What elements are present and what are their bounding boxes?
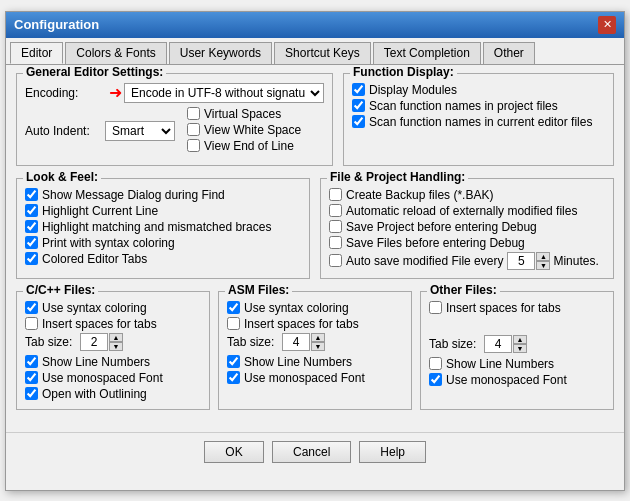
display-modules-label: Display Modules	[369, 83, 457, 97]
cpp-monospaced-checkbox[interactable]	[25, 371, 38, 384]
cpp-tab-size-down-button[interactable]: ▼	[109, 342, 123, 351]
tab-bar: Editor Colors & Fonts User Keywords Shor…	[6, 38, 624, 65]
other-spaces-for-tabs-checkbox[interactable]	[429, 301, 442, 314]
colored-editor-tabs-label: Colored Editor Tabs	[42, 252, 147, 266]
save-project-debug-checkbox[interactable]	[329, 220, 342, 233]
ok-button[interactable]: OK	[204, 441, 264, 463]
show-message-dialog-checkbox[interactable]	[25, 188, 38, 201]
asm-spaces-for-tabs-label: Insert spaces for tabs	[244, 317, 359, 331]
arrow-icon: ➜	[109, 83, 122, 102]
cpp-syntax-coloring-label: Use syntax coloring	[42, 301, 147, 315]
asm-tab-size-down-button[interactable]: ▼	[311, 342, 325, 351]
auto-reload-label: Automatic reload of externally modified …	[346, 204, 577, 218]
auto-save-up-button[interactable]: ▲	[536, 252, 550, 261]
auto-indent-label: Auto Indent:	[25, 124, 105, 138]
view-white-space-label: View White Space	[204, 123, 301, 137]
help-button[interactable]: Help	[359, 441, 426, 463]
tab-shortcut-keys[interactable]: Shortcut Keys	[274, 42, 371, 64]
cpp-tab-size-up-button[interactable]: ▲	[109, 333, 123, 342]
view-end-of-line-label: View End of Line	[204, 139, 294, 153]
create-backup-label: Create Backup files (*.BAK)	[346, 188, 493, 202]
encoding-label: Encoding:	[25, 86, 105, 100]
display-modules-checkbox[interactable]	[352, 83, 365, 96]
virtual-spaces-label: Virtual Spaces	[204, 107, 281, 121]
general-editor-label: General Editor Settings:	[23, 65, 166, 79]
bottom-bar: OK Cancel Help	[6, 432, 624, 473]
create-backup-checkbox[interactable]	[329, 188, 342, 201]
look-feel-label: Look & Feel:	[23, 170, 101, 184]
highlight-current-line-checkbox[interactable]	[25, 204, 38, 217]
close-button[interactable]: ✕	[598, 16, 616, 34]
cpp-syntax-coloring-checkbox[interactable]	[25, 301, 38, 314]
tab-colors-fonts[interactable]: Colors & Fonts	[65, 42, 166, 64]
view-white-space-checkbox[interactable]	[187, 123, 200, 136]
other-spaces-for-tabs-label: Insert spaces for tabs	[446, 301, 561, 315]
scan-project-checkbox[interactable]	[352, 99, 365, 112]
function-display-label: Function Display:	[350, 65, 457, 79]
cpp-tab-size-input[interactable]	[80, 333, 108, 351]
tab-user-keywords[interactable]: User Keywords	[169, 42, 272, 64]
cpp-spaces-for-tabs-label: Insert spaces for tabs	[42, 317, 157, 331]
scan-project-label: Scan function names in project files	[369, 99, 558, 113]
tab-editor[interactable]: Editor	[10, 42, 63, 64]
scan-editor-label: Scan function names in current editor fi…	[369, 115, 592, 129]
asm-syntax-coloring-checkbox[interactable]	[227, 301, 240, 314]
file-project-group: File & Project Handling: Create Backup f…	[320, 178, 614, 279]
highlight-braces-label: Highlight matching and mismatched braces	[42, 220, 271, 234]
other-monospaced-label: Use monospaced Font	[446, 373, 567, 387]
asm-tab-size-input[interactable]	[282, 333, 310, 351]
auto-save-checkbox[interactable]	[329, 254, 342, 267]
tab-text-completion[interactable]: Text Completion	[373, 42, 481, 64]
auto-save-down-button[interactable]: ▼	[536, 261, 550, 270]
asm-tab-size-up-button[interactable]: ▲	[311, 333, 325, 342]
highlight-braces-checkbox[interactable]	[25, 220, 38, 233]
other-show-line-numbers-checkbox[interactable]	[429, 357, 442, 370]
title-bar: Configuration ✕	[6, 12, 624, 38]
asm-monospaced-label: Use monospaced Font	[244, 371, 365, 385]
other-tab-size-input[interactable]	[484, 335, 512, 353]
minutes-label: Minutes.	[553, 254, 598, 268]
cpp-files-label: C/C++ Files:	[23, 283, 98, 297]
cpp-show-line-numbers-checkbox[interactable]	[25, 355, 38, 368]
auto-reload-checkbox[interactable]	[329, 204, 342, 217]
asm-syntax-coloring-label: Use syntax coloring	[244, 301, 349, 315]
file-project-label: File & Project Handling:	[327, 170, 468, 184]
save-project-debug-label: Save Project before entering Debug	[346, 220, 537, 234]
highlight-current-line-label: Highlight Current Line	[42, 204, 158, 218]
cpp-open-outlining-label: Open with Outlining	[42, 387, 147, 401]
virtual-spaces-checkbox[interactable]	[187, 107, 200, 120]
general-editor-group: General Editor Settings: Encoding: ➜ Enc…	[16, 73, 333, 166]
asm-monospaced-checkbox[interactable]	[227, 371, 240, 384]
print-syntax-coloring-checkbox[interactable]	[25, 236, 38, 249]
asm-show-line-numbers-label: Show Line Numbers	[244, 355, 352, 369]
save-files-debug-label: Save Files before entering Debug	[346, 236, 525, 250]
other-show-line-numbers-label: Show Line Numbers	[446, 357, 554, 371]
view-end-of-line-checkbox[interactable]	[187, 139, 200, 152]
colored-editor-tabs-checkbox[interactable]	[25, 252, 38, 265]
encoding-select[interactable]: Encode in UTF-8 without signature Encode…	[124, 83, 324, 103]
auto-save-minutes-input[interactable]	[507, 252, 535, 270]
other-tab-size-up-button[interactable]: ▲	[513, 335, 527, 344]
look-feel-group: Look & Feel: Show Message Dialog during …	[16, 178, 310, 279]
other-files-group: Other Files: Insert spaces for tabs Tab …	[420, 291, 614, 410]
scan-editor-checkbox[interactable]	[352, 115, 365, 128]
asm-files-label: ASM Files:	[225, 283, 292, 297]
configuration-dialog: Configuration ✕ Editor Colors & Fonts Us…	[5, 11, 625, 491]
cpp-spaces-for-tabs-checkbox[interactable]	[25, 317, 38, 330]
asm-show-line-numbers-checkbox[interactable]	[227, 355, 240, 368]
other-files-label: Other Files:	[427, 283, 500, 297]
save-files-debug-checkbox[interactable]	[329, 236, 342, 249]
cancel-button[interactable]: Cancel	[272, 441, 351, 463]
other-monospaced-checkbox[interactable]	[429, 373, 442, 386]
cpp-tab-size-label: Tab size:	[25, 335, 80, 349]
asm-spaces-for-tabs-checkbox[interactable]	[227, 317, 240, 330]
print-syntax-coloring-label: Print with syntax coloring	[42, 236, 175, 250]
dialog-title: Configuration	[14, 17, 99, 32]
tab-other[interactable]: Other	[483, 42, 535, 64]
other-tab-size-label: Tab size:	[429, 337, 484, 351]
cpp-show-line-numbers-label: Show Line Numbers	[42, 355, 150, 369]
auto-indent-select[interactable]: Smart None Basic	[105, 121, 175, 141]
cpp-open-outlining-checkbox[interactable]	[25, 387, 38, 400]
other-tab-size-down-button[interactable]: ▼	[513, 344, 527, 353]
auto-save-label: Auto save modified File every	[346, 254, 503, 268]
